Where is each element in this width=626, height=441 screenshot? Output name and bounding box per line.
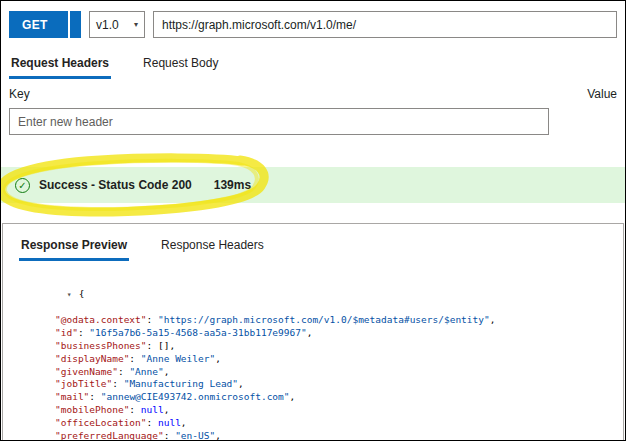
request-bar: GET v1.0 ▾: [9, 11, 617, 38]
json-comma: ,: [307, 327, 313, 338]
response-body: ▾{ "@odata.context": "https://graph.micr…: [3, 275, 623, 441]
response-tabs: Response Preview Response Headers: [19, 232, 623, 261]
success-check-icon: ✓: [15, 178, 30, 193]
json-line: "businessPhones": [],: [21, 340, 623, 353]
status-duration: 139ms: [214, 178, 251, 192]
api-version-label: v1.0: [96, 18, 119, 32]
tab-response-preview[interactable]: Response Preview: [19, 232, 129, 261]
json-key: "id": [55, 327, 78, 338]
json-line: "officeLocation": null,: [21, 417, 623, 430]
json-key: "officeLocation": [55, 417, 147, 428]
json-comma: ,: [215, 430, 221, 441]
json-colon: :: [147, 417, 158, 428]
json-line: "@odata.context": "https://graph.microso…: [21, 314, 623, 327]
json-colon: :: [129, 404, 140, 415]
json-value: []: [158, 340, 169, 351]
json-key: "displayName": [55, 353, 129, 364]
tab-request-body[interactable]: Request Body: [141, 50, 220, 79]
json-key: "@odata.context": [55, 314, 147, 325]
json-colon: :: [118, 366, 129, 377]
json-value: null: [158, 417, 181, 428]
json-value: null: [141, 404, 164, 415]
json-key: "mail": [55, 391, 89, 402]
status-message: Success - Status Code 200: [39, 178, 192, 192]
json-line: "id": "16f5a7b6-5a15-4568-aa5a-31bb117e9…: [21, 327, 623, 340]
response-panel: Response Preview Response Headers ▾{ "@o…: [2, 223, 624, 441]
header-key-input[interactable]: [9, 108, 549, 135]
json-colon: :: [147, 340, 158, 351]
json-comma: ,: [164, 404, 170, 415]
json-comma: ,: [290, 391, 296, 402]
json-line: "mobilePhone": null,: [21, 404, 623, 417]
http-method-select[interactable]: GET: [9, 11, 81, 38]
status-bar: ✓ Success - Status Code 200 139ms: [1, 167, 625, 203]
json-comma: ,: [169, 340, 175, 351]
json-key: "preferredLanguage": [55, 430, 164, 441]
tab-response-headers[interactable]: Response Headers: [159, 232, 266, 261]
json-key: "businessPhones": [55, 340, 147, 351]
tab-request-headers[interactable]: Request Headers: [9, 50, 111, 79]
chevron-down-icon: ▾: [134, 21, 138, 29]
json-key: "jobTitle": [55, 378, 112, 389]
graph-explorer-window: GET v1.0 ▾ Request Headers Request Body …: [0, 0, 626, 441]
json-comma: ,: [238, 378, 244, 389]
json-value: "16f5a7b6-5a15-4568-aa5a-31bb117e9967": [89, 327, 306, 338]
json-open-brace: {: [79, 288, 85, 299]
api-version-select[interactable]: v1.0 ▾: [89, 11, 145, 38]
json-comma: ,: [181, 417, 187, 428]
json-colon: :: [112, 378, 123, 389]
json-colon: :: [89, 391, 100, 402]
json-line: "displayName": "Anne Weiler",: [21, 353, 623, 366]
json-key: "mobilePhone": [55, 404, 129, 415]
method-select-divider: [68, 11, 70, 38]
request-tabs: Request Headers Request Body: [9, 50, 617, 79]
json-line: "givenName": "Anne",: [21, 366, 623, 379]
json-comma: ,: [215, 353, 221, 364]
json-value: "en-US": [175, 430, 215, 441]
json-colon: :: [164, 430, 175, 441]
json-line-open: ▾{: [21, 275, 623, 314]
http-method-label: GET: [9, 18, 48, 32]
json-line: "preferredLanguage": "en-US",: [21, 430, 623, 441]
json-colon: :: [129, 353, 140, 364]
collapse-toggle-icon[interactable]: ▾: [67, 289, 79, 302]
request-url-input[interactable]: [153, 11, 617, 38]
json-colon: :: [78, 327, 89, 338]
json-value: "https://graph.microsoft.com/v1.0/$metad…: [158, 314, 490, 325]
json-line: "jobTitle": "Manufacturing Lead",: [21, 378, 623, 391]
json-comma: ,: [164, 366, 170, 377]
json-value: "Manufacturing Lead": [124, 378, 238, 389]
header-form-labels: Key Value: [9, 87, 617, 102]
json-value: "Anne Weiler": [141, 353, 215, 364]
json-value: "Anne": [129, 366, 163, 377]
key-label: Key: [9, 87, 30, 102]
json-line: "mail": "annew@CIE493742.onmicrosoft.com…: [21, 391, 623, 404]
json-entries: "@odata.context": "https://graph.microso…: [21, 314, 623, 441]
json-colon: :: [147, 314, 158, 325]
value-label: Value: [587, 87, 617, 102]
json-comma: ,: [490, 314, 496, 325]
json-key: "givenName": [55, 366, 118, 377]
json-value: "annew@CIE493742.onmicrosoft.com": [101, 391, 290, 402]
